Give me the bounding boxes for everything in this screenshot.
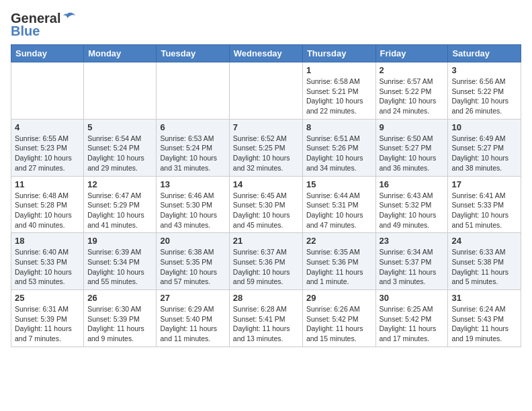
day-info: Sunrise: 6:49 AM Sunset: 5:27 PM Dayligh… xyxy=(451,134,517,173)
day-info: Sunrise: 6:28 AM Sunset: 5:41 PM Dayligh… xyxy=(233,304,299,344)
day-info: Sunrise: 6:56 AM Sunset: 5:22 PM Dayligh… xyxy=(451,77,517,116)
calendar-cell: 1Sunrise: 6:58 AM Sunset: 5:21 PM Daylig… xyxy=(302,62,375,120)
day-info: Sunrise: 6:43 AM Sunset: 5:32 PM Dayligh… xyxy=(380,191,445,230)
calendar-cell xyxy=(157,62,229,120)
day-number: 1 xyxy=(306,65,372,75)
day-info: Sunrise: 6:58 AM Sunset: 5:21 PM Dayligh… xyxy=(306,77,372,116)
calendar-cell: 5Sunrise: 6:54 AM Sunset: 5:24 PM Daylig… xyxy=(84,119,157,176)
day-header-tuesday: Tuesday xyxy=(157,45,229,62)
day-number: 11 xyxy=(15,179,80,189)
day-number: 12 xyxy=(87,179,152,189)
day-number: 26 xyxy=(87,293,152,303)
calendar-table: SundayMondayTuesdayWednesdayThursdayFrid… xyxy=(11,44,521,347)
calendar-week-row: 11Sunrise: 6:48 AM Sunset: 5:28 PM Dayli… xyxy=(11,176,521,233)
page-header: General Blue xyxy=(11,11,521,39)
day-info: Sunrise: 6:35 AM Sunset: 5:36 PM Dayligh… xyxy=(306,247,372,287)
day-info: Sunrise: 6:31 AM Sunset: 5:39 PM Dayligh… xyxy=(15,304,80,344)
calendar-cell: 14Sunrise: 6:45 AM Sunset: 5:30 PM Dayli… xyxy=(229,176,302,233)
day-info: Sunrise: 6:50 AM Sunset: 5:27 PM Dayligh… xyxy=(380,134,445,173)
day-info: Sunrise: 6:37 AM Sunset: 5:36 PM Dayligh… xyxy=(233,247,299,287)
calendar-week-row: 1Sunrise: 6:58 AM Sunset: 5:21 PM Daylig… xyxy=(11,62,521,120)
calendar-cell: 30Sunrise: 6:25 AM Sunset: 5:42 PM Dayli… xyxy=(375,290,448,347)
calendar-cell: 13Sunrise: 6:46 AM Sunset: 5:30 PM Dayli… xyxy=(157,176,229,233)
day-number: 23 xyxy=(380,236,445,246)
calendar-cell: 29Sunrise: 6:26 AM Sunset: 5:42 PM Dayli… xyxy=(302,290,375,347)
day-number: 25 xyxy=(15,293,80,303)
day-number: 8 xyxy=(306,122,372,132)
day-number: 14 xyxy=(233,179,299,189)
calendar-cell xyxy=(11,62,84,120)
calendar-cell: 21Sunrise: 6:37 AM Sunset: 5:36 PM Dayli… xyxy=(229,233,302,290)
day-number: 29 xyxy=(306,293,372,303)
calendar-cell: 7Sunrise: 6:52 AM Sunset: 5:25 PM Daylig… xyxy=(229,119,302,176)
day-number: 2 xyxy=(380,65,445,75)
day-number: 31 xyxy=(451,293,517,303)
day-header-wednesday: Wednesday xyxy=(229,45,302,62)
day-info: Sunrise: 6:51 AM Sunset: 5:26 PM Dayligh… xyxy=(306,134,372,173)
day-number: 10 xyxy=(451,122,517,132)
day-number: 4 xyxy=(15,122,80,132)
day-number: 22 xyxy=(306,236,372,246)
day-info: Sunrise: 6:29 AM Sunset: 5:40 PM Dayligh… xyxy=(160,304,225,344)
calendar-cell: 26Sunrise: 6:30 AM Sunset: 5:39 PM Dayli… xyxy=(84,290,157,347)
day-number: 27 xyxy=(160,293,225,303)
day-number: 3 xyxy=(451,65,517,75)
calendar-cell: 11Sunrise: 6:48 AM Sunset: 5:28 PM Dayli… xyxy=(11,176,84,233)
day-number: 28 xyxy=(233,293,299,303)
day-info: Sunrise: 6:54 AM Sunset: 5:24 PM Dayligh… xyxy=(87,134,152,173)
calendar-cell: 19Sunrise: 6:39 AM Sunset: 5:34 PM Dayli… xyxy=(84,233,157,290)
day-info: Sunrise: 6:52 AM Sunset: 5:25 PM Dayligh… xyxy=(233,134,299,173)
day-number: 7 xyxy=(233,122,299,132)
day-number: 21 xyxy=(233,236,299,246)
day-info: Sunrise: 6:41 AM Sunset: 5:33 PM Dayligh… xyxy=(451,191,517,230)
day-info: Sunrise: 6:39 AM Sunset: 5:34 PM Dayligh… xyxy=(87,247,152,287)
calendar-cell: 31Sunrise: 6:24 AM Sunset: 5:43 PM Dayli… xyxy=(448,290,521,347)
calendar-cell: 17Sunrise: 6:41 AM Sunset: 5:33 PM Dayli… xyxy=(448,176,521,233)
calendar-cell: 24Sunrise: 6:33 AM Sunset: 5:38 PM Dayli… xyxy=(448,233,521,290)
calendar-week-row: 4Sunrise: 6:55 AM Sunset: 5:23 PM Daylig… xyxy=(11,119,521,176)
day-info: Sunrise: 6:48 AM Sunset: 5:28 PM Dayligh… xyxy=(15,191,80,230)
day-header-saturday: Saturday xyxy=(448,45,521,62)
day-number: 18 xyxy=(15,236,80,246)
calendar-week-row: 18Sunrise: 6:40 AM Sunset: 5:33 PM Dayli… xyxy=(11,233,521,290)
day-info: Sunrise: 6:34 AM Sunset: 5:37 PM Dayligh… xyxy=(380,247,445,287)
day-info: Sunrise: 6:40 AM Sunset: 5:33 PM Dayligh… xyxy=(15,247,80,287)
logo: General Blue xyxy=(11,11,77,39)
day-header-friday: Friday xyxy=(375,45,448,62)
day-number: 15 xyxy=(306,179,372,189)
day-header-thursday: Thursday xyxy=(302,45,375,62)
day-info: Sunrise: 6:46 AM Sunset: 5:30 PM Dayligh… xyxy=(160,191,225,230)
day-number: 17 xyxy=(451,179,517,189)
day-info: Sunrise: 6:24 AM Sunset: 5:43 PM Dayligh… xyxy=(451,304,517,344)
day-number: 13 xyxy=(160,179,225,189)
day-info: Sunrise: 6:44 AM Sunset: 5:31 PM Dayligh… xyxy=(306,191,372,230)
calendar-cell: 9Sunrise: 6:50 AM Sunset: 5:27 PM Daylig… xyxy=(375,119,448,176)
calendar-cell: 10Sunrise: 6:49 AM Sunset: 5:27 PM Dayli… xyxy=(448,119,521,176)
logo-bird-icon xyxy=(62,11,77,25)
calendar-week-row: 25Sunrise: 6:31 AM Sunset: 5:39 PM Dayli… xyxy=(11,290,521,347)
day-number: 5 xyxy=(87,122,152,132)
day-header-sunday: Sunday xyxy=(11,45,84,62)
calendar-cell xyxy=(84,62,157,120)
calendar-cell: 27Sunrise: 6:29 AM Sunset: 5:40 PM Dayli… xyxy=(157,290,229,347)
calendar-header-row: SundayMondayTuesdayWednesdayThursdayFrid… xyxy=(11,45,521,62)
day-info: Sunrise: 6:53 AM Sunset: 5:24 PM Dayligh… xyxy=(160,134,225,173)
day-number: 9 xyxy=(380,122,445,132)
calendar-cell: 16Sunrise: 6:43 AM Sunset: 5:32 PM Dayli… xyxy=(375,176,448,233)
day-info: Sunrise: 6:47 AM Sunset: 5:29 PM Dayligh… xyxy=(87,191,152,230)
day-info: Sunrise: 6:38 AM Sunset: 5:35 PM Dayligh… xyxy=(160,247,225,287)
day-info: Sunrise: 6:55 AM Sunset: 5:23 PM Dayligh… xyxy=(15,134,80,173)
calendar-cell: 23Sunrise: 6:34 AM Sunset: 5:37 PM Dayli… xyxy=(375,233,448,290)
calendar-cell: 20Sunrise: 6:38 AM Sunset: 5:35 PM Dayli… xyxy=(157,233,229,290)
calendar-cell: 6Sunrise: 6:53 AM Sunset: 5:24 PM Daylig… xyxy=(157,119,229,176)
logo-blue-text: Blue xyxy=(11,24,40,39)
calendar-cell: 4Sunrise: 6:55 AM Sunset: 5:23 PM Daylig… xyxy=(11,119,84,176)
day-info: Sunrise: 6:45 AM Sunset: 5:30 PM Dayligh… xyxy=(233,191,299,230)
day-info: Sunrise: 6:25 AM Sunset: 5:42 PM Dayligh… xyxy=(380,304,445,344)
day-info: Sunrise: 6:26 AM Sunset: 5:42 PM Dayligh… xyxy=(306,304,372,344)
day-number: 6 xyxy=(160,122,225,132)
calendar-cell xyxy=(229,62,302,120)
day-number: 24 xyxy=(451,236,517,246)
day-number: 30 xyxy=(380,293,445,303)
day-info: Sunrise: 6:33 AM Sunset: 5:38 PM Dayligh… xyxy=(451,247,517,287)
